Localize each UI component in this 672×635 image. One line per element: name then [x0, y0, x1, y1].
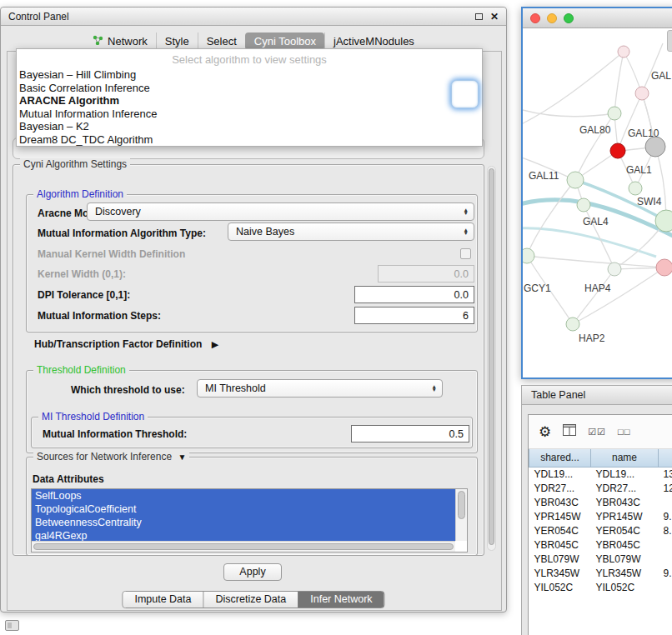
network-node[interactable] — [635, 87, 649, 100]
algorithm-option[interactable]: Bayesian – Hill Climbing — [17, 68, 482, 82]
network-canvas[interactable]: GALGAL80GAL10GAL11GAL1SWI4GAL4GCY1HAP4HA… — [523, 28, 672, 378]
column-header-shared-name[interactable]: shared... — [529, 449, 591, 467]
table-row[interactable]: YIL052CYIL052C — [529, 580, 672, 594]
close-icon[interactable]: ✕ — [490, 12, 499, 22]
manual-kernel-width-checkbox[interactable] — [460, 248, 471, 259]
scrollbar-thumb[interactable] — [458, 491, 465, 519]
tab-jactivemnodules[interactable]: jActiveMNodules — [324, 32, 423, 50]
algorithm-option[interactable]: Bayesian – K2 — [17, 120, 482, 133]
focused-spinner-button[interactable] — [451, 80, 479, 108]
attribute-listbox[interactable]: SelfLoopsTopologicalCoefficientBetweenne… — [31, 488, 468, 552]
table-row[interactable]: YBR043CYBR043C — [529, 495, 672, 509]
tab-label: Select — [207, 35, 237, 48]
hub-definition-toggle[interactable]: Hub/Transcription Factor Definition ▶ — [34, 338, 218, 350]
attribute-list-horizontal-scrollbar[interactable] — [32, 541, 455, 552]
tab-network[interactable]: Network — [84, 32, 156, 50]
table-row[interactable]: YPR145WYPR145W9. — [529, 509, 672, 523]
network-edge[interactable] — [575, 113, 614, 180]
select-all-columns-icon[interactable]: ☑☑ — [588, 427, 606, 438]
network-edge[interactable] — [642, 43, 663, 93]
control-panel-titlebar[interactable]: Control Panel ✕ — [1, 8, 506, 26]
network-node[interactable] — [566, 318, 579, 331]
attribute-item[interactable]: SelfLoops — [32, 489, 455, 502]
network-node[interactable] — [629, 182, 642, 195]
zoom-traffic-light-icon[interactable] — [564, 13, 574, 23]
network-svg: GALGAL80GAL10GAL11GAL1SWI4GAL4GCY1HAP4HA… — [523, 28, 672, 378]
aracne-mode-select[interactable]: Discovery ▲ ▼ — [87, 202, 474, 221]
table-row[interactable]: YBR045CYBR045C — [529, 538, 672, 552]
network-node[interactable] — [656, 259, 672, 276]
table-row[interactable]: YLR345WYLR345W9. — [529, 566, 672, 580]
panel-vertical-scrollbar[interactable] — [487, 166, 496, 551]
attribute-item[interactable]: BetweennessCentrality — [32, 516, 455, 529]
tab-cyni-toolbox[interactable]: Cyni Toolbox — [245, 32, 324, 50]
sources-toggle[interactable]: Sources for Network Inference ▼ — [33, 451, 189, 463]
table-panel-titlebar[interactable]: Table Panel — [521, 385, 672, 405]
network-edge[interactable] — [527, 180, 575, 256]
column-header-name[interactable]: name — [591, 449, 659, 467]
network-node[interactable] — [567, 172, 584, 188]
algorithm-option[interactable]: Dream8 DC_TDC Algorithm — [17, 133, 482, 147]
spinner-down-icon: ▼ — [464, 232, 469, 236]
titlebar-buttons: ✕ — [475, 12, 499, 22]
network-node[interactable] — [645, 137, 665, 157]
algorithm-option[interactable]: Basic Correlation Inference — [17, 82, 482, 95]
network-node[interactable] — [523, 248, 534, 263]
kernel-width-field: 0.0 — [378, 265, 474, 282]
mi-steps-field[interactable]: 6 — [354, 307, 474, 324]
spinner-arrows-icon: ▲ ▼ — [464, 208, 469, 216]
tab-discretize-data[interactable]: Discretize Data — [203, 592, 298, 608]
network-node[interactable] — [608, 107, 621, 120]
attribute-list-vertical-scrollbar[interactable] — [455, 489, 467, 541]
apply-button[interactable]: Apply — [223, 563, 282, 581]
close-traffic-light-icon[interactable] — [530, 13, 540, 23]
minimize-traffic-light-icon[interactable] — [547, 13, 557, 23]
group-title: Threshold Definition — [33, 364, 129, 377]
mi-algorithm-type-select[interactable]: Naive Bayes ▲ ▼ — [228, 222, 474, 241]
table-row[interactable]: YBL079WYBL079W — [529, 552, 672, 566]
dpi-tolerance-field[interactable]: 0.0 — [354, 286, 474, 303]
network-node-label: GAL4 — [583, 216, 609, 228]
table-row[interactable]: YDL19...YDL19...13 — [529, 467, 672, 481]
network-node[interactable] — [618, 46, 629, 58]
network-node[interactable] — [608, 262, 621, 276]
columns-icon[interactable] — [563, 424, 576, 439]
algorithm-option[interactable]: ARACNE Algorithm — [17, 94, 482, 108]
network-edge[interactable] — [523, 108, 614, 117]
mi-threshold-field[interactable]: 0.5 — [351, 425, 469, 442]
which-threshold-select[interactable]: MI Threshold ▲ ▼ — [197, 379, 443, 398]
network-node[interactable] — [610, 143, 625, 158]
attribute-item[interactable]: TopologicalCoefficient — [32, 502, 455, 516]
tab-style[interactable]: Style — [156, 32, 198, 50]
network-scrollbar-thumb[interactable] — [667, 30, 672, 52]
panel-dock-icon[interactable] — [5, 620, 19, 631]
network-edge[interactable] — [614, 52, 624, 113]
gear-icon[interactable]: ⚙ — [539, 425, 551, 439]
float-window-icon[interactable] — [475, 13, 483, 20]
attribute-item[interactable]: gal4RGexp — [32, 529, 455, 541]
scrollbar-thumb[interactable] — [33, 543, 454, 550]
network-edge[interactable] — [573, 268, 664, 324]
network-window-titlebar[interactable] — [523, 8, 672, 28]
network-node[interactable] — [577, 198, 590, 212]
network-node-label: GAL80 — [579, 124, 611, 136]
network-edge[interactable] — [527, 256, 664, 268]
group-title: Algorithm Definition — [33, 188, 127, 201]
network-node-label: GAL11 — [529, 170, 559, 182]
table-row[interactable]: YER054CYER054C8. — [529, 523, 672, 538]
scrollbar-thumb[interactable] — [489, 168, 494, 545]
data-attributes-label: Data Attributes — [33, 473, 104, 485]
selected-value: Discovery — [95, 206, 141, 218]
network-edge[interactable] — [573, 269, 614, 324]
tab-impute-data[interactable]: Impute Data — [123, 592, 203, 608]
network-edge[interactable] — [618, 93, 642, 151]
kernel-width-label: Kernel Width (0,1): — [38, 268, 126, 280]
tab-infer-network[interactable]: Infer Network — [298, 592, 384, 608]
table-row[interactable]: YDR27...YDR27...12 — [529, 481, 672, 495]
algorithm-option[interactable]: Mutual Information Inference — [17, 108, 482, 121]
dpi-tolerance-label: DPI Tolerance [0,1]: — [38, 289, 130, 301]
unselect-all-columns-icon[interactable]: □□ — [618, 427, 630, 437]
manual-kernel-width-label: Manual Kernel Width Definition — [38, 248, 185, 260]
tab-select[interactable]: Select — [198, 32, 245, 50]
column-header-extra[interactable] — [659, 449, 672, 467]
